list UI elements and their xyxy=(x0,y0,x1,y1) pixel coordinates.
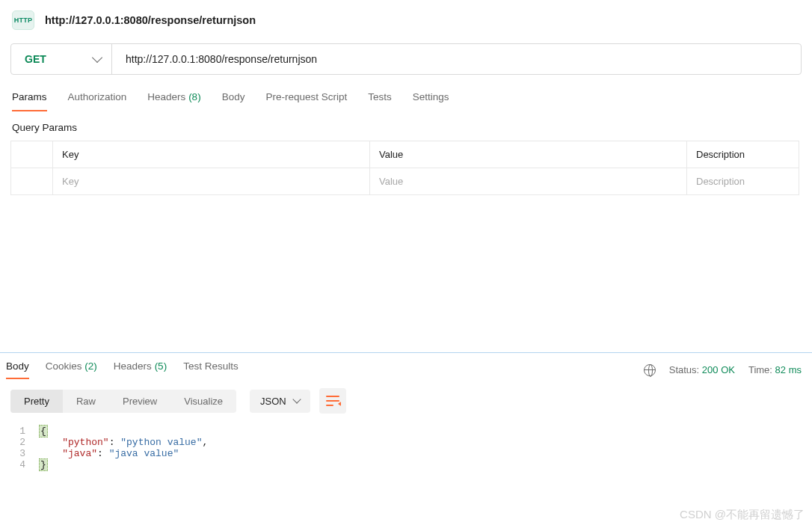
tab-prerequest-script[interactable]: Pre-request Script xyxy=(265,91,347,111)
request-header: HTTP http://127.0.0.1:8080/response/retu… xyxy=(0,0,812,43)
url-input[interactable] xyxy=(112,44,801,74)
view-pretty-button[interactable]: Pretty xyxy=(10,390,63,413)
tab-body[interactable]: Body xyxy=(222,91,245,111)
watermark: CSDN @不能再留遗憾了 xyxy=(680,508,805,522)
resp-tab-test-results[interactable]: Test Results xyxy=(183,360,239,379)
resp-tab-cookies-count: (2) xyxy=(84,360,97,372)
th-key: Key xyxy=(53,141,370,168)
resp-tab-body[interactable]: Body xyxy=(6,360,29,379)
response-tabs: Body Cookies (2) Headers (5) Test Result… xyxy=(6,360,239,379)
tab-headers[interactable]: Headers (8) xyxy=(147,91,200,111)
code-line: 4 } xyxy=(10,459,802,470)
status-value: 200 OK xyxy=(702,364,735,375)
brace-close: } xyxy=(39,458,48,471)
view-group: Pretty Raw Preview Visualize xyxy=(10,390,236,413)
response-bar: Body Cookies (2) Headers (5) Test Result… xyxy=(0,352,812,379)
chevron-down-icon xyxy=(292,395,301,403)
chevron-down-icon xyxy=(92,52,102,63)
tab-params[interactable]: Params xyxy=(12,91,47,111)
status-block: Status: 200 OK xyxy=(669,364,735,375)
request-tabs: Params Authorization Headers (8) Body Pr… xyxy=(0,75,812,111)
description-input[interactable] xyxy=(696,176,790,187)
line-number: 1 xyxy=(10,426,39,437)
http-badge-icon: HTTP xyxy=(12,10,34,30)
code-line: 3 "java": "java value" xyxy=(10,448,802,459)
view-preview-button[interactable]: Preview xyxy=(109,390,170,413)
code-line: 2 "python": "python value", xyxy=(10,437,802,448)
th-value: Value xyxy=(370,141,687,168)
request-title: http://127.0.0.1:8080/response/returnjso… xyxy=(45,14,256,26)
resp-tab-headers-count: (5) xyxy=(155,360,167,372)
brace-open: { xyxy=(39,425,48,438)
line-number: 2 xyxy=(10,437,39,448)
table-row xyxy=(11,168,799,195)
view-visualize-button[interactable]: Visualize xyxy=(170,390,236,413)
code-line: 1 { xyxy=(10,426,802,437)
wrap-icon xyxy=(326,396,339,406)
request-bar: GET xyxy=(10,43,802,75)
tab-tests[interactable]: Tests xyxy=(368,91,392,111)
wrap-lines-button[interactable] xyxy=(319,388,346,414)
time-block: Time: 82 ms xyxy=(748,364,802,375)
tab-headers-label: Headers xyxy=(147,91,185,102)
globe-icon[interactable] xyxy=(644,364,656,376)
method-select[interactable]: GET xyxy=(11,44,112,74)
view-raw-button[interactable]: Raw xyxy=(63,390,109,413)
table-header-row: Key Value Description xyxy=(11,141,799,168)
time-label: Time: xyxy=(748,364,772,375)
resp-tab-headers[interactable]: Headers (5) xyxy=(114,360,167,379)
time-value: 82 ms xyxy=(775,364,802,375)
method-label: GET xyxy=(25,53,46,65)
key-input[interactable] xyxy=(62,176,360,187)
resp-tab-cookies-label: Cookies xyxy=(46,360,82,372)
th-description: Description xyxy=(687,141,799,168)
response-meta: Status: 200 OK Time: 82 ms xyxy=(644,364,802,376)
response-body[interactable]: 1 { 2 "python": "python value", 3 "java"… xyxy=(0,423,812,473)
query-params-table: Key Value Description xyxy=(10,141,799,195)
tab-headers-count: (8) xyxy=(188,91,201,102)
resp-tab-headers-label: Headers xyxy=(114,360,152,372)
status-label: Status: xyxy=(669,364,699,375)
view-bar: Pretty Raw Preview Visualize JSON xyxy=(0,379,812,423)
line-number: 4 xyxy=(10,459,39,470)
format-select[interactable]: JSON xyxy=(250,390,310,413)
value-input[interactable] xyxy=(379,176,677,187)
format-label: JSON xyxy=(260,396,286,407)
tab-settings[interactable]: Settings xyxy=(413,91,449,111)
resp-tab-cookies[interactable]: Cookies (2) xyxy=(46,360,97,379)
tab-authorization[interactable]: Authorization xyxy=(68,91,127,111)
query-params-title: Query Params xyxy=(0,111,812,141)
line-number: 3 xyxy=(10,448,39,459)
